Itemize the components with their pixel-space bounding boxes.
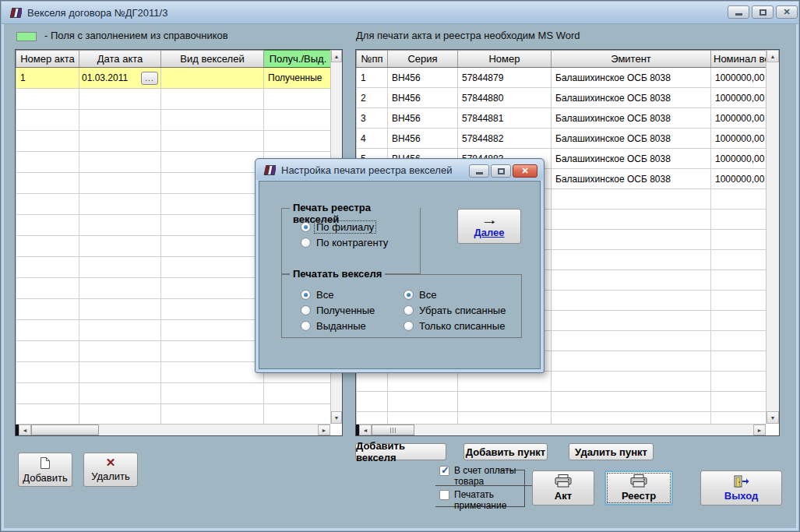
table-row[interactable]: 3ВН45657844881Балашихинское ОСБ 80381000…	[357, 108, 767, 129]
scroll-down-icon[interactable]	[331, 411, 342, 424]
table-row[interactable]: 1ВН45657844879Балашихинское ОСБ 80381000…	[357, 68, 767, 88]
table-cell[interactable]: 1	[357, 68, 388, 88]
table-cell[interactable]	[161, 68, 264, 89]
add-bills-button[interactable]: Добавить векселя	[355, 443, 446, 460]
next-button[interactable]: → Далее	[457, 209, 521, 244]
radio-button-icon[interactable]	[301, 321, 311, 331]
radio-button-icon[interactable]	[301, 290, 311, 300]
scrollbar-thumb[interactable]	[31, 425, 99, 435]
radio-label: По филиалу	[315, 221, 375, 233]
radio-option[interactable]: Все	[301, 287, 376, 301]
table-cell[interactable]: Полученные	[264, 68, 333, 89]
table-cell[interactable]: Балашихинское ОСБ 8038	[552, 149, 711, 169]
table-cell[interactable]: ВН456	[388, 108, 458, 129]
table-cell-empty	[552, 230, 711, 250]
table-cell[interactable]: 01.03.2011 ...	[79, 68, 161, 89]
registry-button[interactable]: Реестр	[604, 470, 673, 506]
table-cell[interactable]: Балашихинское ОСБ 8038	[552, 88, 711, 108]
scrollbar-track[interactable]	[414, 425, 753, 435]
table-cell[interactable]: 1000000,00	[711, 169, 767, 189]
scroll-right-icon[interactable]	[318, 425, 330, 435]
table-cell[interactable]: Балашихинское ОСБ 8038	[552, 108, 711, 129]
title-bar[interactable]: Векселя договора №ДГ2011/3	[2, 2, 798, 24]
radio-button-icon[interactable]	[301, 305, 311, 315]
table-cell[interactable]: ВН456	[388, 88, 458, 108]
table-cell[interactable]: 3	[357, 108, 388, 129]
exit-button[interactable]: Выход	[700, 470, 782, 506]
dialog-maximize-button[interactable]	[491, 164, 511, 178]
close-button[interactable]: ✕	[776, 5, 798, 19]
table-row[interactable]: 4ВН45657844882Балашихинское ОСБ 80381000…	[357, 129, 767, 149]
table-cell-empty	[264, 383, 333, 404]
maximize-button[interactable]	[752, 5, 774, 19]
table-cell[interactable]: ВН456	[388, 129, 458, 149]
table-cell[interactable]: Балашихинское ОСБ 8038	[552, 169, 711, 189]
payment-checkbox[interactable]: В счет оплаты товара	[439, 465, 520, 487]
radio-button-icon[interactable]	[404, 305, 414, 315]
table-cell[interactable]: Балашихинское ОСБ 8038	[552, 68, 711, 88]
print-note-checkbox[interactable]: Печатать примечание	[439, 489, 520, 511]
table-cell[interactable]: 1000000,00	[711, 108, 767, 129]
table-cell[interactable]: 57844879	[458, 68, 552, 88]
table-cell[interactable]: 57844882	[458, 129, 552, 149]
act-button[interactable]: Акт	[532, 470, 594, 506]
scroll-right-icon[interactable]	[753, 425, 766, 435]
table-cell[interactable]: ВН456	[388, 68, 458, 88]
add-item-button[interactable]: Добавить пункт	[463, 443, 548, 460]
radio-option[interactable]: Только списанные	[404, 319, 507, 333]
table-cell-empty	[79, 404, 161, 425]
delete-act-button[interactable]: ✕ Удалить	[83, 453, 138, 487]
scroll-left-icon[interactable]	[359, 425, 372, 435]
scroll-down-icon[interactable]	[767, 411, 779, 424]
table-row-selected[interactable]: 1 01.03.2011 ... Полученные	[16, 68, 333, 89]
radio-option[interactable]: Полученные	[301, 303, 376, 317]
remove-item-button[interactable]: Удалить пункт	[569, 443, 654, 460]
add-act-button[interactable]: Добавить	[18, 453, 72, 487]
horizontal-scrollbar[interactable]	[356, 424, 766, 435]
table-cell-empty	[16, 110, 79, 131]
scroll-up-icon[interactable]	[767, 50, 779, 62]
table-cell[interactable]: 4	[357, 129, 388, 149]
radio-option[interactable]: По контрагенту	[301, 235, 389, 249]
checkbox-icon[interactable]	[439, 490, 449, 500]
table-cell-empty	[79, 299, 161, 320]
dialog-close-button[interactable]: ✕	[513, 164, 537, 178]
table-cell-empty	[552, 351, 711, 372]
radio-option[interactable]: По филиалу	[301, 220, 389, 234]
table-cell-empty	[79, 89, 161, 110]
table-cell-empty	[264, 89, 333, 110]
scrollbar-track[interactable]	[99, 425, 318, 435]
table-cell-empty	[161, 173, 264, 194]
table-cell[interactable]: Балашихинское ОСБ 8038	[552, 129, 711, 149]
table-cell[interactable]: 57844880	[458, 88, 552, 108]
radio-button-icon[interactable]	[404, 290, 414, 300]
scroll-left-icon[interactable]	[19, 425, 31, 435]
table-row[interactable]: 2ВН45657844880Балашихинское ОСБ 80381000…	[357, 88, 767, 108]
checkbox-label: Печатать примечание	[454, 489, 520, 511]
table-cell-empty	[711, 250, 767, 270]
radio-option[interactable]: Выданные	[301, 319, 376, 333]
thumb-grip-icon	[390, 428, 396, 433]
printer-icon	[554, 474, 573, 488]
vertical-scrollbar[interactable]	[766, 50, 779, 424]
radio-button-icon[interactable]	[301, 238, 311, 248]
table-cell[interactable]: 1	[16, 68, 79, 89]
table-cell[interactable]: 1000000,00	[711, 88, 767, 108]
radio-button-icon[interactable]	[301, 222, 311, 232]
table-cell[interactable]: 1000000,00	[711, 149, 767, 169]
exit-door-icon	[733, 475, 749, 488]
table-cell[interactable]: 57844881	[458, 108, 552, 129]
dialog-minimize-button[interactable]	[469, 164, 489, 178]
scroll-up-icon[interactable]	[331, 50, 342, 62]
scrollbar-thumb[interactable]	[372, 425, 414, 435]
checkbox-icon[interactable]	[439, 466, 449, 476]
date-picker-button[interactable]: ...	[141, 72, 158, 85]
radio-option[interactable]: Все	[404, 287, 507, 301]
table-cell[interactable]: 1000000,00	[711, 129, 767, 149]
radio-option[interactable]: Убрать списанные	[404, 303, 507, 317]
minimize-button[interactable]	[728, 5, 749, 19]
table-cell[interactable]: 1000000,00	[711, 68, 767, 88]
radio-button-icon[interactable]	[404, 321, 414, 331]
table-cell[interactable]: 2	[357, 88, 388, 108]
horizontal-scrollbar[interactable]	[16, 424, 330, 435]
